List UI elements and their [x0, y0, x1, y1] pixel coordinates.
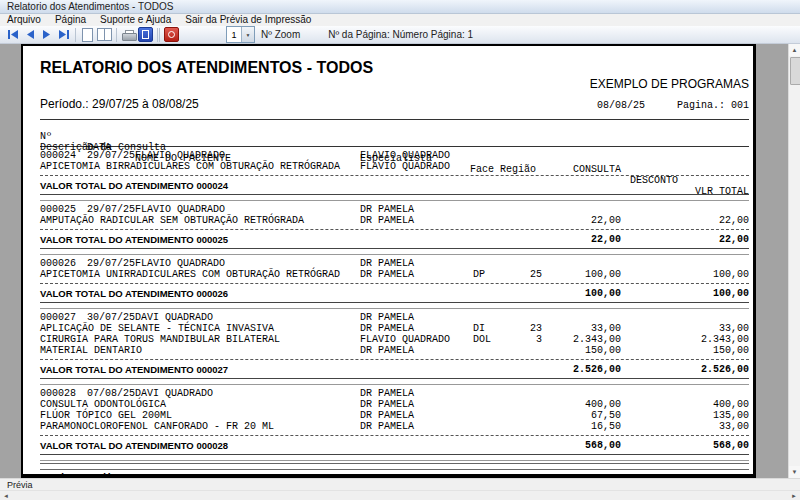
vlr-total-value: 33,00: [653, 323, 749, 334]
patient-name: DAVI QUADRADO: [135, 312, 213, 323]
attendance-total-label: VALOR TOTAL DO ATENDIMENTO 000024: [40, 180, 228, 191]
last-page-icon: [58, 30, 70, 39]
attendance-header-row: 00002529/07/25FLAVIO QUADRADODR PAMELA: [23, 204, 753, 215]
print-setup-button[interactable]: [137, 27, 154, 42]
chevron-down-icon[interactable]: ▼: [241, 27, 254, 42]
zoom-dropdown[interactable]: 1 ▼: [226, 26, 255, 43]
especialista-name: DR PAMELA: [360, 388, 414, 399]
report-content: RELATORIO DOS ATENDIMENTOS - TODOS EXEMP…: [23, 46, 753, 474]
attendance-total-label: VALOR TOTAL DO ATENDIMENTO 000027: [40, 364, 228, 375]
menu-sair-da-previa[interactable]: Sair da Prévia de Impressão: [178, 14, 318, 26]
attendance-total-label: VALOR TOTAL DO ATENDIMENTO 000026: [40, 288, 228, 299]
especialista-name: FLAVIO QUADRADO: [360, 150, 450, 161]
first-page-button[interactable]: [4, 27, 21, 42]
zoom-value: 1: [227, 30, 241, 40]
report-date: 08/08/25: [597, 100, 645, 111]
page-info-label: Nº da Página: Número Página: 1: [328, 29, 473, 40]
toolbar-separator: [116, 28, 117, 42]
procedure-especialista: DR PAMELA: [360, 323, 414, 334]
attendance-total-label: VALOR TOTAL DO ATENDIMENTO 000028: [40, 440, 228, 451]
block-separator: [40, 378, 749, 385]
vlr-total-value: 2.343,00: [653, 334, 749, 345]
previous-page-button[interactable]: [21, 27, 38, 42]
next-page-button[interactable]: [38, 27, 55, 42]
exit-preview-button[interactable]: [163, 27, 180, 42]
procedure-description: FLÚOR TÓPICO GEL 200ML: [40, 410, 172, 421]
menu-suporte-e-ajuda[interactable]: Suporte e Ajuda: [93, 14, 178, 26]
attendance-total-consulta: 568,00: [523, 440, 621, 451]
attendance-number: 000028: [40, 388, 76, 399]
consulta-value: 400,00: [523, 399, 621, 410]
exit-icon: [164, 27, 179, 42]
scroll-down-icon[interactable]: ▼: [789, 466, 800, 478]
attendance-total-vlr: 2.526,00: [653, 364, 749, 375]
block-separator: [40, 454, 749, 461]
especialista-name: DR PAMELA: [360, 312, 414, 323]
single-page-view-button[interactable]: [79, 27, 96, 42]
vlr-total-value: 33,00: [653, 421, 749, 432]
scroll-left-icon[interactable]: ◄: [3, 493, 9, 499]
vertical-scrollbar-thumb[interactable]: [790, 57, 800, 85]
zoom-label: Nº Zoom: [261, 29, 300, 40]
consulta-value: 2.343,00: [523, 334, 621, 345]
patient-name: FLAVIO QUADRADO: [135, 204, 225, 215]
vlr-total-value: 22,00: [653, 215, 749, 226]
menu-arquivo[interactable]: Arquivo: [0, 14, 48, 26]
status-label: Prévia: [7, 480, 33, 490]
procedure-row: APICETOMIA UNIRRADICULARES COM OBTURAÇÃO…: [23, 269, 753, 280]
report-block: 00002629/07/25FLAVIO QUADRADODR PAMELAAP…: [23, 258, 753, 309]
single-page-icon: [82, 28, 93, 42]
scroll-up-icon[interactable]: ▲: [789, 44, 800, 56]
grand-total-row: Nº de Atendimentos: 00005 T O T A L G E …: [23, 470, 753, 478]
consulta-value: 33,00: [523, 323, 621, 334]
procedure-row: MATERIAL DENTARIODR PAMELA150,00150,00: [23, 345, 753, 356]
attendance-date: 30/07/25: [87, 312, 135, 323]
procedure-description: APLICAÇÃO DE SELANTE - TÉCNICA INVASIVA: [40, 323, 274, 334]
attendance-total-row: VALOR TOTAL DO ATENDIMENTO 000028568,005…: [23, 437, 753, 452]
column-header-row-1: Nº DATA NOME DO PACIENTE CONSULTA DESCON…: [23, 120, 753, 131]
preview-area: RELATORIO DOS ATENDIMENTOS - TODOS EXEMP…: [0, 44, 800, 478]
two-page-icon: [97, 28, 112, 41]
procedure-row: CONSULTA ODONTOLÓGICADR PAMELA400,00400,…: [23, 399, 753, 410]
horizontal-scrollbar[interactable]: ◄ ►: [0, 490, 800, 500]
procedure-especialista: DR PAMELA: [360, 421, 414, 432]
procedure-row: AMPUTAÇÃO RADICULAR SEM OBTURAÇÃO RETRÓG…: [23, 215, 753, 226]
period-row: Período.: 29/07/25 à 08/08/25 08/08/25 P…: [40, 97, 749, 111]
attendance-total-vlr: 100,00: [653, 288, 749, 299]
patient-name: FLAVIO QUADRADO: [135, 258, 225, 269]
attendance-date: 07/08/25: [87, 388, 135, 399]
procedure-row: PARAMONOCLOROFENOL CANFORADO - FR 20 MLD…: [23, 421, 753, 432]
procedure-row: CIRURGIA PARA TORUS MANDIBULAR BILATERAL…: [23, 334, 753, 345]
attendance-total-vlr: 22,00: [653, 234, 749, 245]
consulta-value: 22,00: [523, 215, 621, 226]
procedure-especialista: DR PAMELA: [360, 215, 414, 226]
attendance-header-row: 00002429/07/25FLAVIO QUADRADOFLAVIO QUAD…: [23, 150, 753, 161]
toolbar: 1 ▼ Nº Zoom Nº da Página: Número Página:…: [0, 26, 800, 44]
last-page-button[interactable]: [55, 27, 72, 42]
report-page-number: Pagina.: 001: [677, 100, 749, 111]
procedure-row: APLICAÇÃO DE SELANTE - TÉCNICA INVASIVAD…: [23, 323, 753, 334]
attendance-total-row: VALOR TOTAL DO ATENDIMENTO 000026100,001…: [23, 285, 753, 300]
consulta-value: 150,00: [523, 345, 621, 356]
print-button[interactable]: [120, 27, 137, 42]
especialista-name: DR PAMELA: [360, 204, 414, 215]
dashed-separator: [40, 435, 749, 436]
attendance-header-row: 00002807/08/25DAVI QUADRADODR PAMELA: [23, 388, 753, 399]
scroll-right-icon[interactable]: ►: [791, 493, 797, 499]
attendance-number: 000024: [40, 150, 76, 161]
attendance-total-consulta: 100,00: [523, 288, 621, 299]
two-page-view-button[interactable]: [96, 27, 113, 42]
procedure-description: APICETOMIA UNIRRADICULARES COM OBTURAÇÃO…: [40, 269, 340, 280]
vlr-total-value: 100,00: [653, 269, 749, 280]
footer-separator: [40, 463, 749, 470]
procedure-row: FLÚOR TÓPICO GEL 200MLDR PAMELA67,50135,…: [23, 410, 753, 421]
title-bar: Relatorio dos Atendimentos - TODOS: [0, 0, 800, 14]
menu-bar: Arquivo Página Suporte e Ajuda Sair da P…: [0, 14, 800, 26]
vlr-total-value: 135,00: [653, 410, 749, 421]
attendance-header-row: 00002629/07/25FLAVIO QUADRADODR PAMELA: [23, 258, 753, 269]
vertical-scrollbar[interactable]: ▲ ▼: [788, 44, 800, 478]
attendance-total-row: VALOR TOTAL DO ATENDIMENTO 000024: [23, 177, 753, 192]
attendance-number: 000026: [40, 258, 76, 269]
menu-pagina[interactable]: Página: [48, 14, 93, 26]
attendance-total-row: VALOR TOTAL DO ATENDIMENTO 00002522,0022…: [23, 231, 753, 246]
